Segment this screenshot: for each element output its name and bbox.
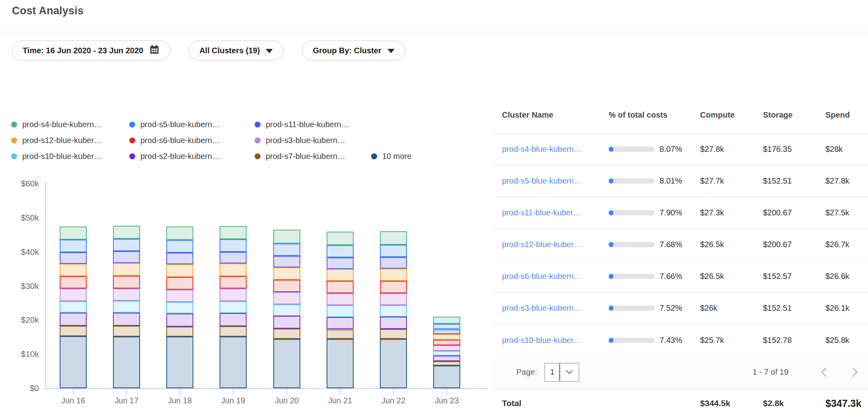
bar-segment[interactable] — [380, 329, 407, 339]
bar-segment[interactable] — [220, 252, 247, 263]
bar-segment[interactable] — [113, 326, 140, 337]
legend-item[interactable]: prod-s4-blue-kubern… — [11, 120, 129, 129]
time-range-filter[interactable]: Time: 16 Jun 2020 - 23 Jun 2020 — [12, 41, 170, 60]
bar-segment[interactable] — [327, 257, 354, 269]
bar-segment[interactable] — [166, 277, 193, 290]
bar-segment[interactable] — [380, 269, 407, 281]
bar-segment[interactable] — [60, 252, 87, 264]
bar-segment[interactable] — [433, 340, 460, 345]
bar-segment[interactable] — [166, 337, 193, 388]
clusters-filter-dropdown[interactable]: All Clusters (19) — [189, 41, 284, 60]
bar-segment[interactable] — [327, 329, 354, 339]
bar-segment[interactable] — [273, 267, 300, 280]
bar-segment[interactable] — [273, 292, 300, 304]
bar-segment[interactable] — [327, 293, 354, 305]
legend-item[interactable]: prod-s10-blue-kuber… — [11, 152, 129, 161]
bar-segment[interactable] — [113, 226, 140, 239]
bar-segment[interactable] — [113, 313, 140, 326]
bar-segment[interactable] — [273, 339, 300, 388]
bar-segment[interactable] — [220, 239, 247, 252]
bar-segment[interactable] — [166, 327, 193, 337]
bar-segment[interactable] — [273, 304, 300, 316]
legend-item[interactable]: prod-s2-blue-kubern… — [129, 152, 255, 161]
bar-segment[interactable] — [273, 256, 300, 267]
legend-item[interactable]: 10 more — [371, 152, 411, 161]
bar-segment[interactable] — [220, 337, 247, 388]
cluster-name-link[interactable]: prod-s6-blue-kubern… — [502, 272, 609, 281]
bar-segment[interactable] — [113, 288, 140, 301]
bar-segment[interactable] — [166, 253, 193, 264]
bar-segment[interactable] — [220, 276, 247, 289]
bar-segment[interactable] — [113, 337, 140, 388]
group-by-dropdown[interactable]: Group By: Cluster — [302, 41, 405, 60]
bar-segment[interactable] — [380, 317, 407, 329]
page-select[interactable]: 1 — [544, 363, 579, 382]
bar-segment[interactable] — [166, 264, 193, 277]
bar-segment[interactable] — [327, 281, 354, 293]
bar-segment[interactable] — [166, 302, 193, 314]
cluster-name-link[interactable]: prod-s12-blue-kuber… — [502, 240, 609, 249]
bar-segment[interactable] — [166, 290, 193, 302]
bar-segment[interactable] — [166, 240, 193, 253]
bar-segment[interactable] — [273, 329, 300, 339]
bar-segment[interactable] — [433, 356, 460, 361]
bar-segment[interactable] — [273, 244, 300, 256]
bar-segment[interactable] — [60, 301, 87, 313]
bar-segment[interactable] — [380, 245, 407, 257]
bar-segment[interactable] — [433, 345, 460, 351]
chevron-left-icon[interactable] — [819, 366, 828, 378]
bar-segment[interactable] — [380, 339, 407, 388]
bar-segment[interactable] — [327, 339, 354, 388]
bar-segment[interactable] — [273, 230, 300, 244]
bar-segment[interactable] — [60, 226, 87, 240]
bar-segment[interactable] — [166, 226, 193, 240]
bar-segment[interactable] — [60, 326, 87, 336]
bar-segment[interactable] — [113, 276, 140, 288]
bar-segment[interactable] — [113, 239, 140, 251]
cluster-name-link[interactable]: prod-s3-blue-kubern… — [502, 304, 609, 313]
bar-segment[interactable] — [433, 351, 460, 356]
bar-segment[interactable] — [113, 263, 140, 276]
bar-segment[interactable] — [327, 305, 354, 317]
bar-segment[interactable] — [380, 293, 407, 305]
bar-segment[interactable] — [60, 336, 87, 388]
bar-segment[interactable] — [380, 231, 407, 244]
bar-segment[interactable] — [327, 317, 354, 329]
bar-segment[interactable] — [60, 288, 87, 301]
bar-segment[interactable] — [220, 326, 247, 337]
bar-segment[interactable] — [60, 313, 87, 326]
bar-segment[interactable] — [60, 276, 87, 288]
bar-segment[interactable] — [327, 232, 354, 245]
cluster-name-link[interactable]: prod-s11-blue-kuber… — [502, 208, 609, 217]
bar-segment[interactable] — [327, 245, 354, 257]
chevron-right-icon[interactable] — [850, 366, 859, 378]
bar-segment[interactable] — [380, 281, 407, 293]
bar-segment[interactable] — [273, 316, 300, 329]
bar-segment[interactable] — [273, 280, 300, 292]
cluster-name-link[interactable]: prod-s5-blue-kubern… — [502, 176, 609, 186]
legend-item[interactable]: prod-s12-blue-kuber… — [11, 136, 129, 145]
bar-segment[interactable] — [113, 301, 140, 313]
bar-segment[interactable] — [433, 329, 460, 335]
legend-item[interactable]: prod-s3-blue-kubern… — [255, 136, 371, 145]
bar-segment[interactable] — [220, 226, 247, 239]
bar-segment[interactable] — [166, 314, 193, 327]
bar-segment[interactable] — [220, 313, 247, 326]
bar-segment[interactable] — [327, 269, 354, 281]
bar-segment[interactable] — [220, 301, 247, 313]
bar-segment[interactable] — [433, 324, 460, 329]
legend-item[interactable]: prod-s6-blue-kubern… — [129, 136, 255, 145]
cluster-name-link[interactable]: prod-s10-blue-kuber… — [502, 336, 609, 345]
bar-segment[interactable] — [220, 288, 247, 301]
bar-segment[interactable] — [220, 263, 247, 276]
cluster-name-link[interactable]: prod-s4-blue-kubern… — [502, 145, 609, 154]
bar-segment[interactable] — [60, 264, 87, 277]
bar-segment[interactable] — [380, 305, 407, 317]
bar-segment[interactable] — [433, 361, 460, 366]
legend-item[interactable]: prod-s7-blue-kubern… — [255, 152, 371, 161]
legend-item[interactable]: prod-s5-blue-kubern… — [129, 120, 255, 129]
bar-segment[interactable] — [113, 251, 140, 263]
bar-segment[interactable] — [433, 366, 460, 388]
bar-segment[interactable] — [60, 240, 87, 252]
bar-segment[interactable] — [433, 317, 460, 324]
